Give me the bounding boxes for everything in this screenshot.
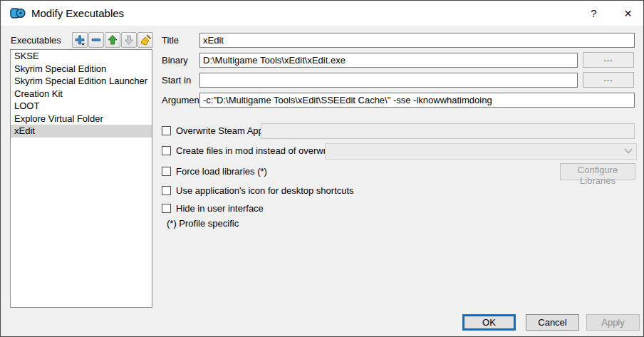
list-item[interactable]: LOOT <box>11 100 152 113</box>
close-button[interactable]: ✕ <box>612 1 644 26</box>
configure-libraries-button: Configure Libraries <box>560 163 635 180</box>
executables-label: Executables <box>11 35 61 46</box>
executables-list: SKSE Skyrim Special Edition Skyrim Speci… <box>10 49 152 308</box>
cancel-button[interactable]: Cancel <box>526 314 579 331</box>
steam-appid-input <box>261 123 635 139</box>
ok-button[interactable]: OK <box>462 314 516 331</box>
binary-input[interactable] <box>199 53 578 68</box>
modify-executables-dialog: Modify Executables ? ✕ Executables SKS <box>0 0 644 337</box>
create-in-mod-label[interactable]: Create files in mod instead of overwrite… <box>176 145 348 156</box>
reset-executables-button[interactable] <box>137 32 153 48</box>
force-load-label[interactable]: Force load libraries (*) <box>176 166 267 177</box>
binary-label: Binary <box>162 55 188 66</box>
mod-select-dropdown <box>325 143 637 160</box>
list-item[interactable]: Creation Kit <box>11 88 152 100</box>
force-load-checkbox[interactable] <box>162 167 171 176</box>
move-up-button[interactable] <box>105 32 120 48</box>
list-item[interactable]: SKSE <box>11 50 152 63</box>
mod-organizer-icon <box>10 7 26 19</box>
start-in-input[interactable] <box>199 73 578 88</box>
overwrite-appid-checkbox[interactable] <box>162 126 171 135</box>
hide-ui-label[interactable]: Hide in user interface <box>176 203 264 214</box>
profile-specific-note: (*) Profile specific <box>167 218 239 229</box>
remove-executable-button[interactable] <box>88 32 104 48</box>
browse-binary-button[interactable]: ... <box>583 52 634 68</box>
arrow-up-icon <box>107 34 118 46</box>
list-item[interactable]: Explore Virtual Folder <box>11 113 152 125</box>
plus-icon <box>74 34 85 46</box>
window-title: Modify Executables <box>31 7 124 19</box>
use-app-icon-checkbox[interactable] <box>162 186 171 195</box>
overwrite-appid-label[interactable]: Overwrite Steam AppID <box>176 125 273 136</box>
titlebar: Modify Executables ? ✕ <box>1 1 643 26</box>
add-executable-button[interactable] <box>72 32 88 48</box>
minus-icon <box>90 34 102 46</box>
move-down-button <box>121 32 137 48</box>
start-in-label: Start in <box>162 75 191 85</box>
chevron-down-icon <box>624 148 633 154</box>
browse-start-in-button[interactable]: ... <box>583 72 634 88</box>
list-item-selected[interactable]: xEdit <box>11 125 152 138</box>
use-app-icon-label[interactable]: Use application's icon for desktop short… <box>176 185 354 196</box>
title-label: Title <box>162 35 179 46</box>
apply-button: Apply <box>586 314 640 331</box>
help-button[interactable]: ? <box>578 1 610 26</box>
broom-icon <box>140 34 152 46</box>
hide-ui-checkbox[interactable] <box>162 204 171 213</box>
create-in-mod-checkbox[interactable] <box>162 146 171 155</box>
title-input[interactable] <box>199 33 635 48</box>
list-item[interactable]: Skyrim Special Edition Launcher <box>11 75 152 88</box>
arrow-down-icon <box>123 34 135 46</box>
list-item[interactable]: Skyrim Special Edition <box>11 63 152 76</box>
arguments-input[interactable] <box>199 93 635 108</box>
